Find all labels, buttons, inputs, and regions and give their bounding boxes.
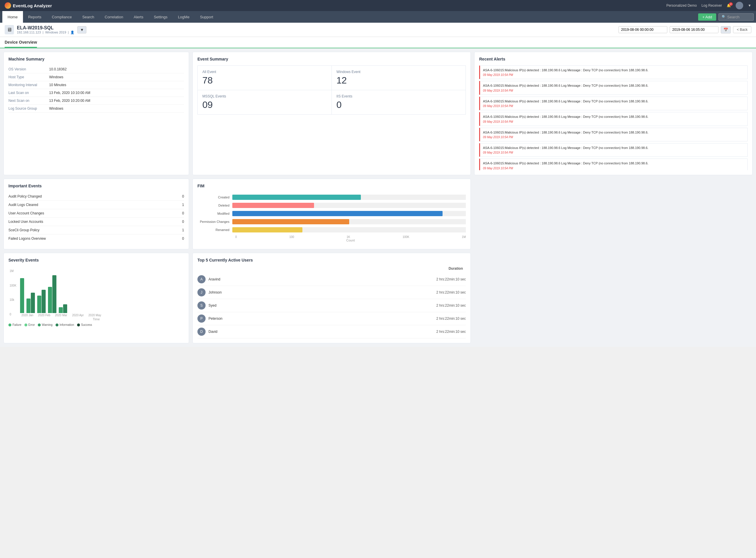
events-row: Audit Logs Cleared1 [8, 201, 184, 209]
legend-label: Error [28, 323, 35, 326]
summary-label: Monitoring Interval [8, 83, 49, 87]
search-input[interactable] [727, 15, 751, 19]
device-meta: 192.168.111.123 | Windows 2019 | 👤 [17, 30, 75, 34]
top-bar: EventLog Analyzer Personalized Demo Log … [0, 0, 756, 11]
fim-label: Renamed [197, 228, 232, 232]
legend-item: Information [56, 323, 74, 326]
event-label: Audit Policy Changed [8, 194, 42, 198]
fim-row: Modified [197, 211, 466, 216]
tab-search[interactable]: Search [77, 11, 100, 23]
fim-bar [232, 211, 442, 216]
machine-summary-table: OS Version10.0.18362Host TypeWindowsMoni… [8, 66, 184, 112]
alert-time: 09 May 2019 10:54 PM [483, 151, 745, 154]
user-name: Syed [209, 303, 436, 307]
summary-label: Last Scan on [8, 91, 49, 95]
alert-time: 09 May 2019 10:54 PM [483, 89, 745, 92]
tab-compliance[interactable]: Compliance [47, 11, 77, 23]
fim-axis-label: 100K [402, 235, 409, 238]
device-dropdown[interactable]: ▼ [77, 26, 86, 33]
search-icon: 🔍 [722, 15, 726, 19]
severity-chart-container: 1M100K10k0 2020 Jan2020 Feb2020 Mar2020 … [8, 267, 184, 326]
alert-time: 09 May 2019 10:54 PM [483, 135, 745, 139]
event-label: All Event [202, 70, 327, 74]
summary-value: 13 Feb, 2020 10:10:00 AM [49, 91, 90, 95]
chevron-down-icon[interactable]: ▼ [748, 3, 751, 7]
summary-label: Next Scan on [8, 99, 49, 103]
user-avatar[interactable] [736, 2, 743, 9]
notification-bell[interactable]: 🔔 2 [727, 3, 731, 7]
device-header: 🖥 ELA-W2019-SQL 192.168.111.123 | Window… [0, 23, 756, 37]
alert-item: ASA-6-106015:Malicious IP(s) detected : … [479, 97, 748, 110]
legend-label: Failure [12, 323, 22, 326]
logo-icon [5, 2, 11, 9]
fim-axis-label: 100 [289, 235, 294, 238]
top-row: Machine Summary OS Version10.0.18362Host… [3, 52, 753, 175]
log-receiver-link[interactable]: Log Receiver [701, 3, 722, 7]
event-label: Failed Logons Overview [8, 236, 46, 240]
summary-value: 13 Feb, 2020 10:20:00 AM [49, 99, 90, 103]
sev-group [48, 275, 56, 313]
sev-y-axis: 1M100K10k0 [9, 270, 16, 316]
sev-x-title: Time [8, 318, 184, 321]
back-button[interactable]: < Back [733, 26, 751, 33]
fim-row: Permission Changes [197, 219, 466, 224]
alert-time: 09 May 2019 10:54 PM [483, 167, 745, 170]
fim-bar [232, 219, 349, 224]
sev-x-label: 2020 Feb [37, 313, 51, 317]
fim-bar [232, 203, 314, 208]
event-summary-title: Event Summary [197, 57, 466, 61]
personalized-demo-link[interactable]: Personalized Demo [667, 3, 697, 7]
user-duration: 2 hrs:22min:10 sec [436, 316, 466, 321]
user-row: SSyed2 hrs:22min:10 sec [197, 299, 466, 312]
add-button[interactable]: + Add [698, 14, 716, 21]
events-row: Locked User Accounts0 [8, 218, 184, 226]
sev-bar [42, 290, 46, 313]
tab-logme[interactable]: LogMe [173, 11, 195, 23]
tab-reports[interactable]: Reports [23, 11, 47, 23]
user-name: Johnson [209, 290, 436, 295]
user-duration: 2 hrs:22min:10 sec [436, 277, 466, 281]
device-right: 📅 < Back [618, 26, 751, 33]
tab-correlation[interactable]: Correlation [100, 11, 129, 23]
top-users-card: Top 5 Currently Active Users Duration AA… [192, 253, 471, 343]
important-events-card: Important Events Audit Policy Changed0Au… [3, 179, 189, 249]
alert-item: ASA-6-106015:Malicious IP(s) detected : … [479, 66, 748, 79]
legend-dot [77, 324, 80, 326]
device-ip: 192.168.111.123 [17, 30, 41, 34]
tab-alerts[interactable]: Alerts [129, 11, 148, 23]
calendar-button[interactable]: 📅 [721, 26, 731, 33]
date-from-input[interactable] [618, 26, 667, 33]
important-events-title: Important Events [8, 183, 184, 188]
event-count: 1 [182, 203, 184, 207]
nav-search-box[interactable]: 🔍 [719, 14, 754, 21]
tab-settings[interactable]: Settings [148, 11, 173, 23]
nav-tabs: Home Reports Compliance Search Correlati… [2, 11, 218, 23]
sev-bar [52, 275, 56, 313]
machine-summary-title: Machine Summary [8, 57, 184, 61]
alert-time: 09 May 2019 10:54 PM [483, 73, 745, 77]
sev-x-label: 2020 Mar [54, 313, 68, 317]
page-title-bar: Device Overview [0, 37, 756, 48]
summary-value: Windows [49, 75, 63, 79]
summary-label: OS Version [8, 67, 49, 71]
sev-bar [37, 296, 41, 313]
tab-home[interactable]: Home [2, 11, 23, 23]
user-row: JJohnson2 hrs:22min:10 sec [197, 286, 466, 299]
summary-value: 10.0.18362 [49, 67, 66, 71]
user-row: AAravind2 hrs:22min:10 sec [197, 273, 466, 286]
fim-axis-label: 1K [347, 235, 350, 238]
date-to-input[interactable] [670, 26, 719, 33]
event-cell: All Event78 [198, 66, 331, 90]
sev-bars [8, 267, 184, 313]
tab-support[interactable]: Support [195, 11, 219, 23]
event-count: 78 [202, 75, 327, 86]
fim-bar-container [232, 227, 466, 232]
app-name: EventLog Analyzer [13, 3, 52, 8]
page-title: Device Overview [5, 40, 37, 48]
event-label: IIS Events [336, 94, 461, 98]
device-name: ELA-W2019-SQL [17, 25, 75, 30]
nav-right: + Add 🔍 [698, 14, 754, 21]
event-count: 0 [182, 194, 184, 198]
machine-summary-row: Log Source GroupWindows [8, 105, 184, 112]
event-count: 0 [336, 100, 461, 110]
